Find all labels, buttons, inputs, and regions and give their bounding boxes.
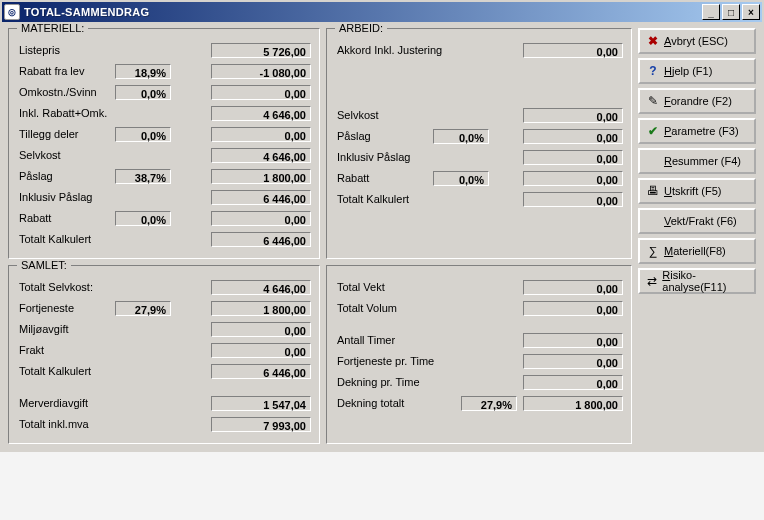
field-label: Antall Timer <box>337 334 468 346</box>
field-label: Totalt Selvkost: <box>19 281 115 293</box>
field-value: 0,00 <box>211 343 311 358</box>
edit-icon: ✎ <box>646 94 660 108</box>
field-label: Inkl. Rabatt+Omk. <box>19 107 115 119</box>
field-percent: 27,9% <box>115 301 171 316</box>
minimize-button[interactable]: _ <box>702 4 720 20</box>
avbryt-button[interactable]: ✖ Avbryt (ESC) <box>638 28 756 54</box>
field-value: 5 726,00 <box>211 43 311 58</box>
field-value: 1 800,00 <box>523 396 623 411</box>
field-label: Dekning totalt <box>337 397 461 409</box>
field-percent: 0,0% <box>115 211 171 226</box>
button-label: Resummer (F4) <box>664 155 741 167</box>
field-label: Selvkost <box>337 109 433 121</box>
parametre-button[interactable]: ✔ Parametre (F3) <box>638 118 756 144</box>
field-percent: 0,0% <box>433 129 489 144</box>
hjelp-button[interactable]: ? Hjelp (F1) <box>638 58 756 84</box>
sigma-icon: ∑ <box>646 244 660 258</box>
vekt-button[interactable]: Vekt/Frakt (F6) <box>638 208 756 234</box>
field-value: 1 547,04 <box>211 396 311 411</box>
field-label: Tillegg deler <box>19 128 115 140</box>
field-label: Totalt Kalkulert <box>19 233 115 245</box>
field-label: Miljøavgift <box>19 323 115 335</box>
button-label: Risiko-analyse(F11) <box>662 269 748 293</box>
risiko-button[interactable]: ⇄ Risiko-analyse(F11) <box>638 268 756 294</box>
field-value: 0,00 <box>211 211 311 226</box>
summary-window: ◎ TOTAL-SAMMENDRAG _ □ × Listepris5 726,… <box>0 0 764 452</box>
button-label: Avbryt (ESC) <box>664 35 728 47</box>
field-label: Akkord Inkl. Justering <box>337 44 468 56</box>
cancel-icon: ✖ <box>646 34 660 48</box>
field-value: 0,00 <box>523 301 623 316</box>
field-percent: 0,0% <box>433 171 489 186</box>
field-value: 0,00 <box>523 375 623 390</box>
weight-icon <box>646 214 660 228</box>
field-value: 0,00 <box>523 171 623 186</box>
panel-metrics: Total Vekt0,00Totalt Volum0,00Antall Tim… <box>326 265 632 444</box>
field-label: Totalt Kalkulert <box>19 365 115 377</box>
panel-arbeid: Akkord Inkl. Justering0,00Selvkost0,00På… <box>326 28 632 259</box>
field-label: Totalt Kalkulert <box>337 193 433 205</box>
field-label: Inklusiv Påslag <box>19 191 115 203</box>
button-label: Forandre (F2) <box>664 95 732 107</box>
materiell-button[interactable]: ∑ Materiell(F8) <box>638 238 756 264</box>
maximize-button[interactable]: □ <box>722 4 740 20</box>
field-value: 6 446,00 <box>211 232 311 247</box>
field-label: Total Vekt <box>337 281 468 293</box>
field-label: Påslag <box>337 130 433 142</box>
field-label: Totalt Volum <box>337 302 468 314</box>
app-icon: ◎ <box>4 4 20 20</box>
field-value: 4 646,00 <box>211 106 311 121</box>
check-icon: ✔ <box>646 124 660 138</box>
field-value: 1 800,00 <box>211 301 311 316</box>
field-label: Frakt <box>19 344 115 356</box>
field-value: 0,00 <box>523 150 623 165</box>
button-label: Utskrift (F5) <box>664 185 721 197</box>
resummer-button[interactable]: Resummer (F4) <box>638 148 756 174</box>
field-value: 0,00 <box>523 192 623 207</box>
field-label: Omkostn./Svinn <box>19 86 115 98</box>
field-value: 0,00 <box>523 280 623 295</box>
field-percent: 38,7% <box>115 169 171 184</box>
panel-samlet: Totalt Selvkost:4 646,00Fortjeneste27,9%… <box>8 265 320 444</box>
print-icon: 🖶 <box>646 184 660 198</box>
field-value: -1 080,00 <box>211 64 311 79</box>
sum-icon <box>646 154 660 168</box>
field-value: 0,00 <box>211 127 311 142</box>
field-label: Påslag <box>19 170 115 182</box>
field-value: 4 646,00 <box>211 148 311 163</box>
field-value: 0,00 <box>523 354 623 369</box>
close-button[interactable]: × <box>742 4 760 20</box>
button-label: Materiell(F8) <box>664 245 726 257</box>
field-value: 0,00 <box>523 43 623 58</box>
field-label: Rabatt <box>19 212 115 224</box>
field-label: Fortjeneste pr. Time <box>337 355 468 367</box>
button-label: Parametre (F3) <box>664 125 739 137</box>
field-value: 1 800,00 <box>211 169 311 184</box>
transfer-icon: ⇄ <box>646 274 658 288</box>
field-label: Inklusiv Påslag <box>337 151 433 163</box>
help-icon: ? <box>646 64 660 78</box>
field-value: 6 446,00 <box>211 364 311 379</box>
button-label: Vekt/Frakt (F6) <box>664 215 737 227</box>
field-value: 0,00 <box>211 322 311 337</box>
titlebar[interactable]: ◎ TOTAL-SAMMENDRAG _ □ × <box>2 2 762 22</box>
window-title: TOTAL-SAMMENDRAG <box>24 6 702 18</box>
field-value: 0,00 <box>523 333 623 348</box>
field-label: Selvkost <box>19 149 115 161</box>
field-label: Rabatt <box>337 172 433 184</box>
field-percent: 0,0% <box>115 85 171 100</box>
action-button-column: ✖ Avbryt (ESC) ? Hjelp (F1) ✎ Forandre (… <box>638 28 756 444</box>
field-value: 0,00 <box>523 129 623 144</box>
field-label: Rabatt fra lev <box>19 65 115 77</box>
field-value: 7 993,00 <box>211 417 311 432</box>
field-label: Listepris <box>19 44 115 56</box>
forandre-button[interactable]: ✎ Forandre (F2) <box>638 88 756 114</box>
field-value: 4 646,00 <box>211 280 311 295</box>
field-percent: 0,0% <box>115 127 171 142</box>
button-label: Hjelp (F1) <box>664 65 712 77</box>
field-label: Fortjeneste <box>19 302 115 314</box>
field-value: 0,00 <box>211 85 311 100</box>
utskrift-button[interactable]: 🖶 Utskrift (F5) <box>638 178 756 204</box>
field-percent: 27,9% <box>461 396 517 411</box>
field-label: Merverdiavgift <box>19 397 115 409</box>
